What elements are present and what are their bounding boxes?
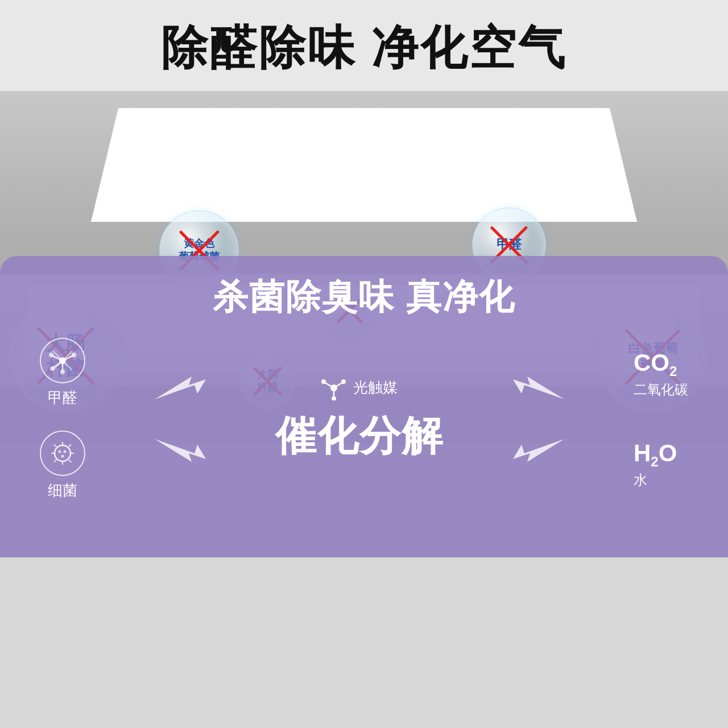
info-panel: 杀菌除臭味 真净化 — [0, 256, 728, 557]
svg-marker-32 — [513, 377, 564, 399]
arrow-right-bottom — [155, 436, 206, 465]
input-items-column: 甲醛 — [40, 338, 85, 500]
svg-line-13 — [69, 444, 71, 447]
room-scene: 黄金色葡萄球菌 甲醛 氨 大肠杆菌 白色葡萄球菌 大肠杆菌 杀菌除臭味 真净化 — [0, 91, 728, 557]
ceiling-light-panel — [91, 108, 637, 222]
svg-marker-24 — [155, 439, 206, 462]
right-arrows-column — [513, 374, 564, 465]
catalyze-action-text: 催化分解 — [275, 409, 444, 464]
formaldehyde-icon-circle — [40, 338, 85, 383]
bacteria-icon — [47, 438, 78, 469]
svg-line-17 — [54, 460, 56, 462]
svg-point-29 — [321, 379, 326, 384]
svg-point-31 — [332, 396, 336, 400]
arrow-left-bottom — [513, 436, 564, 465]
left-arrows-column — [155, 374, 206, 465]
molecule-center-icon — [321, 375, 346, 400]
svg-point-4 — [49, 353, 53, 357]
h2o-formula: H2O — [634, 440, 677, 470]
bubble-2-text: 甲醛 — [497, 237, 522, 253]
co2-formula: CO2 — [634, 349, 688, 379]
arrow-left-top — [513, 374, 564, 402]
svg-point-22 — [61, 455, 64, 458]
svg-point-11 — [55, 445, 71, 461]
info-panel-title: 杀菌除臭味 真净化 — [28, 273, 700, 321]
info-content-row: 甲醛 — [28, 338, 700, 500]
formaldehyde-molecule-icon — [47, 345, 78, 376]
svg-line-15 — [69, 460, 71, 462]
svg-marker-33 — [513, 439, 564, 462]
co2-name: 二氧化碳 — [634, 380, 688, 399]
svg-point-2 — [72, 353, 76, 357]
photocatalyst-text: 光触媒 — [353, 378, 398, 398]
photocatalyst-label-row: 光触媒 — [321, 375, 398, 400]
bacteria-label: 细菌 — [48, 481, 77, 500]
svg-point-27 — [341, 379, 346, 384]
formaldehyde-item: 甲醛 — [40, 338, 85, 408]
co2-item: CO2 二氧化碳 — [634, 349, 688, 399]
svg-marker-23 — [155, 377, 206, 399]
svg-point-21 — [64, 450, 67, 453]
h2o-name: 水 — [634, 471, 677, 489]
svg-line-19 — [54, 444, 56, 447]
bacteria-item: 细菌 — [40, 431, 85, 500]
output-items-column: CO2 二氧化碳 H2O 水 — [634, 349, 688, 490]
arrow-right-top — [155, 374, 206, 402]
title-section: 除醛除味 净化空气 — [0, 0, 728, 91]
catalyst-center: 光触媒 催化分解 — [275, 375, 444, 464]
formaldehyde-label: 甲醛 — [48, 388, 77, 408]
bacteria-icon-circle — [40, 431, 85, 476]
main-title: 除醛除味 净化空气 — [0, 17, 728, 80]
svg-point-6 — [60, 370, 65, 374]
svg-point-20 — [59, 450, 61, 453]
h2o-item: H2O 水 — [634, 440, 677, 489]
